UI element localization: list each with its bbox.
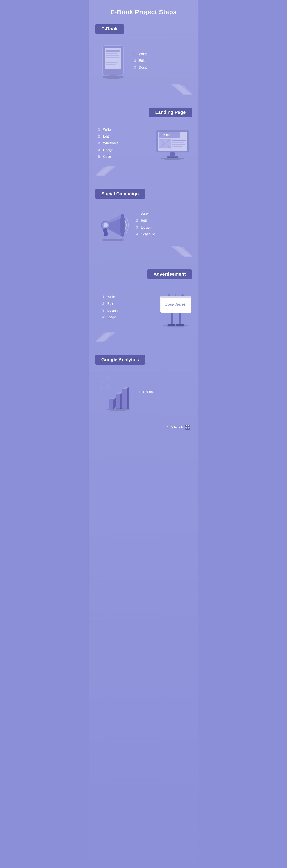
ebook-header: E-Book [95,24,124,34]
ebook-steps: 1 Write 2 Edit 3 Design [131,52,149,72]
svg-rect-24 [172,144,185,145]
section-ebook: E-Book [95,24,192,95]
step-item: 3 Design [131,66,149,69]
section-landing: Landing Page 1 Write 2 Edit 3 Wireframe … [95,107,192,176]
svg-rect-23 [172,142,184,143]
step-item: 4 Design [95,148,151,152]
arrow-divider-4 [95,332,192,342]
svg-rect-66 [122,389,127,409]
page-title: E-Book Project Steps [95,8,192,16]
analytics-steps: 1 Set up [135,390,192,397]
step-item: 3 Wireframe [95,141,151,145]
step-item: 5 Code [95,155,151,159]
svg-rect-40 [179,311,180,326]
step-item: 1 Set up [135,390,192,394]
step-item: 3 Design [133,226,192,229]
analytics-header: Google Analytics [95,355,145,365]
svg-line-61 [103,381,109,387]
ad-steps: 1 Write 2 Edit 3 Design 4 Stage [99,295,155,322]
brand-logo-icon: Co [185,425,190,430]
svg-text:Hello!: Hello! [162,133,170,137]
step-item: 2 Edit [131,59,149,63]
svg-rect-6 [106,58,120,58]
ad-header: Advertisement [147,269,192,279]
billboard-illustration: Look Here! [159,290,192,328]
step-item: 1 Write [95,128,151,132]
monitor-illustration: Hello! [155,129,190,160]
svg-rect-3 [106,50,120,52]
svg-point-33 [104,223,108,227]
step-item: 2 Edit [99,302,155,306]
brand-name: CoSchedule [167,426,184,429]
svg-rect-52 [160,296,191,298]
logo-footer: CoSchedule Co [95,425,192,430]
arrow-divider-3 [95,246,192,257]
landing-steps: 1 Write 2 Edit 3 Wireframe 4 Design 5 [95,128,151,162]
page-wrapper: E-Book Project Steps E-Book [89,0,199,868]
step-item: 4 Schedule [133,232,192,236]
section-advertisement: Advertisement 1 Write 2 Edit 3 Design 4 [95,269,192,342]
section-social: Social Campaign [95,189,192,257]
svg-point-34 [120,214,125,237]
svg-rect-5 [106,55,119,56]
section-analytics: Google Analytics [95,355,192,412]
social-header: Social Campaign [95,189,145,199]
tablet-illustration [99,44,127,80]
svg-rect-9 [106,64,115,65]
svg-rect-26 [170,152,175,156]
step-item: 2 Edit [95,134,151,138]
svg-point-28 [161,157,184,160]
svg-rect-22 [172,140,186,141]
svg-point-53 [163,324,188,327]
svg-point-36 [101,239,124,241]
svg-rect-4 [106,53,118,54]
svg-point-67 [107,408,130,411]
social-steps: 1 Write 2 Edit 3 Design 4 Schedule [133,212,192,239]
step-item: 4 Stage [99,315,155,319]
svg-rect-39 [171,311,173,326]
step-item: 1 Write [99,295,155,299]
svg-point-11 [103,75,123,79]
step-item: 1 Write [133,212,192,216]
svg-rect-7 [106,60,117,60]
svg-text:Look Here!: Look Here! [165,302,185,307]
svg-rect-65 [116,394,120,409]
step-item: 1 Write [131,52,149,56]
svg-text:Co: Co [186,426,189,428]
arrow-divider-1 [95,84,192,95]
step-item: 2 Edit [133,219,192,223]
svg-rect-64 [109,399,113,409]
megaphone-illustration [97,209,129,242]
svg-rect-8 [106,62,118,63]
chart-illustration [97,375,131,412]
landing-header: Landing Page [149,107,192,117]
svg-rect-25 [172,146,183,147]
step-item: 3 Design [99,309,155,312]
arrow-divider-2 [95,166,192,176]
